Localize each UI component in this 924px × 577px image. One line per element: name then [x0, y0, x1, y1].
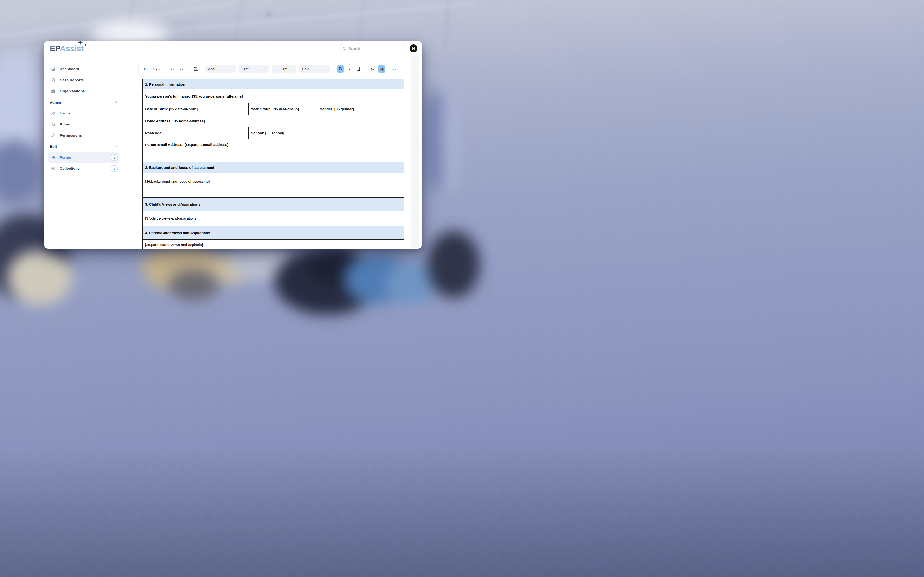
- section-title: 1. Personal information: [143, 79, 404, 89]
- table-row[interactable]: Postcode: School: [35.school]: [143, 127, 404, 139]
- scrollbar-track[interactable]: [411, 56, 419, 248]
- lock-icon: [51, 122, 56, 127]
- datakey-cell: [37.childs-views-and-aspirations]: [143, 211, 404, 226]
- font-size-increase-button[interactable]: +: [291, 67, 293, 71]
- search-icon: [342, 47, 347, 51]
- search-box[interactable]: [339, 44, 406, 53]
- sidebar-item-label: Organisations: [60, 89, 85, 93]
- avatar-initial: H: [412, 47, 415, 50]
- sidebar-item-roles[interactable]: Roles: [44, 119, 132, 130]
- table-row[interactable]: [36.background-and-focus-of-assessme]: [143, 173, 404, 198]
- chevron-down-icon: [229, 67, 233, 71]
- redo-icon: [179, 67, 184, 72]
- datakey-cell: [38.parentcarer-views-and-aspiratio]: [143, 240, 404, 248]
- sidebar-section-label: Admin: [50, 100, 61, 104]
- table-section-header[interactable]: 1. Personal information: [143, 79, 404, 89]
- bold-button[interactable]: B: [337, 65, 344, 73]
- underline-button[interactable]: U: [355, 65, 362, 73]
- search-input[interactable]: [349, 47, 403, 50]
- sidebar-item-label: Dashboard: [60, 67, 79, 71]
- section-title: 4. Parent/Carer Views and Aspirations: [143, 226, 404, 239]
- field-cell: Gender: [35.gender]: [317, 103, 404, 115]
- collections-count-badge: 8: [111, 165, 118, 172]
- section-title: 2. Background and focus of assessment: [143, 162, 404, 173]
- key-icon: [51, 133, 56, 138]
- font-size-stepper-value: 11pt: [281, 67, 287, 71]
- app-logo[interactable]: EPAssist: [50, 44, 84, 53]
- section-title: 3. Child’s Views and Aspirations: [143, 198, 404, 211]
- logo-text-primary: EP: [50, 44, 60, 53]
- sidebar-item-case-reports[interactable]: Case Reports: [44, 74, 132, 85]
- home-icon: [51, 67, 56, 71]
- layers-icon: [51, 166, 56, 171]
- editor-toolbar: DataKeys Tx Arial 11pt: [138, 63, 408, 75]
- chevron-up-icon: [114, 145, 118, 148]
- clear-formatting-icon: Tx: [194, 67, 197, 71]
- direction-ltr-button[interactable]: ¶<: [368, 65, 376, 73]
- font-style-select[interactable]: Bold: [299, 65, 330, 73]
- chevron-down-icon: [263, 67, 266, 71]
- sidebar-item-label: Permissions: [60, 133, 82, 137]
- sidebar-item-dashboard[interactable]: Dashboard: [44, 63, 132, 74]
- sidebar-item-label: Collections: [60, 166, 80, 171]
- field-cell: Postcode:: [143, 127, 248, 139]
- font-family-value: Arial: [208, 67, 229, 71]
- field-cell: Year Group: [35.year-group]: [248, 103, 317, 115]
- clear-formatting-button[interactable]: Tx: [192, 66, 199, 73]
- font-style-value: Bold: [302, 67, 323, 71]
- app-header: EPAssist H: [44, 41, 422, 56]
- avatar[interactable]: H: [410, 45, 417, 52]
- field-cell: Date of Birth: [35.date-of-birth]: [143, 103, 248, 115]
- sidebar-section-admin[interactable]: Admin: [44, 97, 132, 108]
- field-cell: Home Address: [35.home-address]: [143, 115, 404, 127]
- sidebar-item-label: Forms: [60, 155, 71, 160]
- sidebar-item-permissions[interactable]: Permissions: [44, 130, 132, 141]
- field-cell: School: [35.school]: [248, 127, 404, 139]
- more-options-button[interactable]: •••: [393, 67, 398, 71]
- sparkle-icon: [78, 41, 83, 45]
- users-icon: [51, 111, 56, 116]
- field-cell: Young person’s full name: [35.young-pers…: [143, 89, 404, 103]
- sidebar-item-organisations[interactable]: Organisations: [44, 85, 132, 97]
- table-section-header[interactable]: 4. Parent/Carer Views and Aspirations: [143, 226, 404, 240]
- logo-text-secondary: Assist: [60, 44, 84, 53]
- chevron-up-icon: [114, 100, 118, 104]
- undo-button[interactable]: [169, 66, 175, 73]
- table-row[interactable]: Parent Email Address: [35.parent-email-a…: [143, 139, 404, 162]
- font-size-decrease-button[interactable]: −: [275, 67, 278, 71]
- table-row[interactable]: Date of Birth: [35.date-of-birth] Year G…: [143, 103, 404, 115]
- table-section-header[interactable]: 2. Background and focus of assessment: [143, 162, 404, 173]
- redo-button[interactable]: [178, 66, 185, 73]
- table-row[interactable]: Home Address: [35.home-address]: [143, 115, 404, 127]
- sidebar-section-bolt[interactable]: Bolt: [44, 141, 132, 152]
- forms-icon: [51, 155, 56, 160]
- table-row[interactable]: [38.parentcarer-views-and-aspiratio]: [143, 240, 404, 248]
- field-cell: Parent Email Address: [35.parent-email-a…: [143, 139, 404, 147]
- table-section-header[interactable]: 3. Child’s Views and Aspirations: [143, 198, 404, 211]
- italic-button[interactable]: I: [346, 65, 353, 73]
- main-content: DataKeys Tx Arial 11pt: [132, 56, 422, 248]
- sidebar-item-label: Users: [60, 111, 70, 115]
- font-family-select[interactable]: Arial: [205, 65, 236, 73]
- document-icon: [51, 77, 56, 82]
- datakeys-button[interactable]: DataKeys: [144, 67, 160, 71]
- table-row[interactable]: Young person’s full name: [35.young-pers…: [143, 89, 404, 103]
- font-size-select[interactable]: 11pt: [239, 65, 269, 73]
- datakey-cell: [36.background-and-focus-of-assessme]: [143, 173, 404, 197]
- forms-count-badge: 5: [111, 154, 118, 161]
- font-size-value: 11pt: [242, 67, 263, 71]
- sidebar-item-collections[interactable]: Collections 8: [44, 163, 119, 174]
- chevron-down-icon: [323, 67, 327, 71]
- direction-rtl-button[interactable]: >¶: [378, 65, 386, 73]
- sidebar-item-users[interactable]: Users: [44, 108, 132, 119]
- sparkle-icon: [84, 44, 87, 47]
- sidebar-item-label: Roles: [60, 122, 70, 126]
- sidebar-item-forms[interactable]: Forms 5: [48, 152, 119, 163]
- table-row[interactable]: [37.childs-views-and-aspirations]: [143, 211, 404, 226]
- font-size-stepper: − 11pt +: [272, 65, 296, 73]
- undo-icon: [170, 67, 175, 72]
- sidebar-section-label: Bolt: [50, 145, 57, 148]
- form-document-table: 1. Personal information Young person’s f…: [142, 79, 404, 248]
- sidebar: Dashboard Case Reports Organisations: [44, 56, 132, 248]
- bank-icon: [51, 89, 56, 93]
